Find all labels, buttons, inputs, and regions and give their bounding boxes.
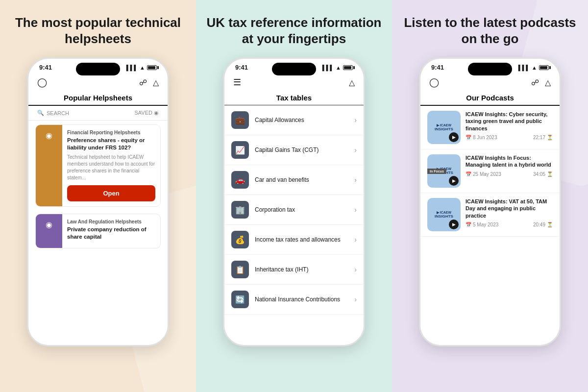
status-time-1: 9:41	[39, 64, 52, 71]
search-left: 🔍 SEARCH	[37, 110, 69, 116]
bell-icon-2[interactable]: △	[349, 78, 355, 87]
wifi-icon: ▲	[140, 65, 145, 71]
podcast-thumb-1: ▶ ICAEW INSIGHTS In Focus ▶	[427, 154, 461, 188]
tax-icon-1: 📈	[231, 141, 249, 159]
tax-item-5[interactable]: 📋 Inheritance tax (IHT) ›	[224, 255, 364, 285]
bell-icon-3[interactable]: △	[545, 78, 551, 87]
play-button-2[interactable]: ▶	[449, 220, 459, 229]
helpsheet-card-2: ◉ Law And Regulation Helpsheets Private …	[35, 214, 161, 248]
panel-helpsheets: The most popular technical helpsheets 9:…	[0, 0, 196, 392]
tax-item-0[interactable]: 💼 Capital Allowances ›	[224, 105, 364, 135]
chevron-icon-0: ›	[354, 116, 357, 124]
tax-list: 💼 Capital Allowances › 📈 Capital Gains T…	[224, 105, 364, 345]
phone-2: 9:41 ▌▌▌ ▲ ☰ △ Tax tables 💼 Capital Allo…	[223, 57, 365, 346]
helpsheet-title-2: Private company reduction of share capit…	[67, 226, 155, 241]
tax-item-6[interactable]: 🔄 National Insurance Contributions ›	[224, 285, 364, 315]
phone-1: 9:41 ▌▌▌ ▲ ◯ ☍ △ Popular Helpsheets	[27, 57, 169, 346]
phone-2-content: ☰ △ Tax tables 💼 Capital Allowances › 📈 …	[224, 73, 364, 345]
search-label[interactable]: SEARCH	[47, 110, 69, 116]
chevron-icon-3: ›	[354, 206, 357, 214]
panel-2-title: UK tax reference information at your fin…	[206, 15, 382, 47]
tax-item-4[interactable]: 💰 Income tax rates and allowances ›	[224, 225, 364, 255]
status-time-2: 9:41	[235, 64, 248, 71]
podcast-item-0[interactable]: ▶ ICAEW INSIGHTS ▶ ICAEW Insights: Cyber…	[420, 106, 560, 149]
battery-icon-3	[539, 65, 549, 70]
chevron-icon-5: ›	[354, 266, 357, 273]
bell-icon-1[interactable]: △	[153, 78, 159, 87]
helpsheet-category-2: Law And Regulation Helpsheets	[67, 219, 155, 224]
podcast-duration-2: 20:49 ⏳	[533, 222, 553, 227]
user-icon[interactable]: ◯	[37, 77, 47, 88]
chevron-icon-4: ›	[354, 236, 357, 244]
dynamic-island-2	[272, 63, 316, 75]
tax-label-6: National Insurance Contributions	[255, 296, 354, 303]
tax-item-1[interactable]: 📈 Capital Gains Tax (CGT) ›	[224, 135, 364, 165]
chevron-icon-6: ›	[354, 295, 357, 303]
tax-icon-2: 🚗	[231, 171, 249, 189]
status-time-3: 9:41	[431, 64, 444, 71]
chat-icon[interactable]: ☍	[139, 78, 147, 87]
chat-icon-3[interactable]: ☍	[531, 78, 539, 87]
tax-item-2[interactable]: 🚗 Car and van benefits ›	[224, 165, 364, 195]
status-icons-3: ▌▌▌ ▲	[518, 65, 549, 71]
helpsheet-card-1: ◉ Financial Reporting Helpsheets Prefere…	[35, 124, 161, 207]
phone3-header: ◯ ☍ △	[420, 73, 560, 91]
helpsheet-body-1: Financial Reporting Helpsheets Preferenc…	[62, 125, 160, 206]
podcast-title-0: ICAEW Insights: Cyber security, taxing g…	[466, 111, 553, 132]
podcast-list: ▶ ICAEW INSIGHTS ▶ ICAEW Insights: Cyber…	[420, 106, 560, 345]
tax-icon-3: 🏢	[231, 201, 249, 219]
dynamic-island-3	[468, 63, 512, 75]
podcast-thumb-0: ▶ ICAEW INSIGHTS ▶	[427, 111, 461, 144]
open-button[interactable]: Open	[67, 185, 155, 201]
in-focus-badge: In Focus	[427, 169, 446, 174]
phone2-page-title: Tax tables	[224, 91, 364, 105]
phone3-header-icons: ☍ △	[531, 78, 551, 87]
wifi-icon-3: ▲	[532, 65, 537, 71]
tax-item-3[interactable]: 🏢 Corporation tax ›	[224, 195, 364, 225]
tax-icon-4: 💰	[231, 231, 249, 248]
search-icon: 🔍	[37, 110, 44, 116]
play-button-1[interactable]: ▶	[449, 176, 459, 186]
phone-3: 9:41 ▌▌▌ ▲ ◯ ☍ △ Our Podcasts	[419, 57, 561, 346]
play-button-0[interactable]: ▶	[449, 132, 459, 142]
podcast-body-1: ICAEW Insights In Focus: Managing talent…	[466, 154, 553, 177]
battery-icon-2	[343, 65, 353, 70]
podcast-date-2: 📅 5 May 2023	[466, 222, 498, 227]
hamburger-icon[interactable]: ☰	[233, 77, 241, 88]
search-bar: 🔍 SEARCH SAVED ◉	[28, 106, 168, 121]
podcast-title-2: ICAEW Insights: VAT at 50, TAM Day and e…	[466, 198, 553, 219]
tax-label-2: Car and van benefits	[255, 176, 354, 183]
clock-icon-0: ⏳	[547, 135, 553, 140]
phone-1-content: ◯ ☍ △ Popular Helpsheets 🔍 SEARCH SAVED …	[28, 73, 168, 345]
tax-label-3: Corporation tax	[255, 206, 354, 213]
calendar-icon-1: 📅	[466, 172, 471, 177]
podcast-body-2: ICAEW Insights: VAT at 50, TAM Day and e…	[466, 198, 553, 227]
helpsheet-category-1: Financial Reporting Helpsheets	[67, 130, 155, 135]
helpsheet-title-1: Preference shares - equity or liability …	[67, 137, 155, 151]
podcast-duration-1: 34:05 ⏳	[533, 172, 553, 177]
panel-tax-tables: UK tax reference information at your fin…	[196, 0, 392, 392]
helpsheet-body-2: Law And Regulation Helpsheets Private co…	[62, 214, 160, 248]
podcast-item-1[interactable]: ▶ ICAEW INSIGHTS In Focus ▶ ICAEW Insigh…	[420, 149, 560, 193]
dynamic-island-1	[76, 63, 120, 75]
podcast-body-0: ICAEW Insights: Cyber security, taxing g…	[466, 111, 553, 140]
helpsheet-desc-1: Technical helpsheet to help ICAEW member…	[67, 154, 155, 181]
tax-icon-0: 💼	[231, 111, 249, 129]
clock-icon-2: ⏳	[547, 222, 553, 227]
phone1-page-title: Popular Helpsheets	[28, 91, 168, 106]
podcast-title-1: ICAEW Insights In Focus: Managing talent…	[466, 154, 553, 169]
phone1-header-icons: ☍ △	[139, 78, 159, 87]
saved-section: SAVED ◉	[134, 110, 159, 116]
panel-podcasts: Listen to the latest podcasts on the go …	[392, 0, 588, 392]
tax-label-5: Inheritance tax (IHT)	[255, 266, 354, 273]
podcast-meta-0: 📅 8 Jun 2023 22:17 ⏳	[466, 135, 553, 140]
card1-bookmark-icon: ◉	[46, 131, 52, 140]
status-icons-2: ▌▌▌ ▲	[322, 65, 353, 71]
bookmark-icon: ◉	[154, 110, 159, 116]
chevron-icon-1: ›	[354, 146, 357, 154]
podcast-item-2[interactable]: ▶ ICAEW INSIGHTS ▶ ICAEW Insights: VAT a…	[420, 193, 560, 237]
signal-icon-2: ▌▌▌	[322, 65, 334, 71]
user-icon-3[interactable]: ◯	[429, 77, 439, 88]
tax-label-4: Income tax rates and allowances	[255, 236, 354, 243]
helpsheet-accent-2: ◉	[36, 214, 62, 248]
